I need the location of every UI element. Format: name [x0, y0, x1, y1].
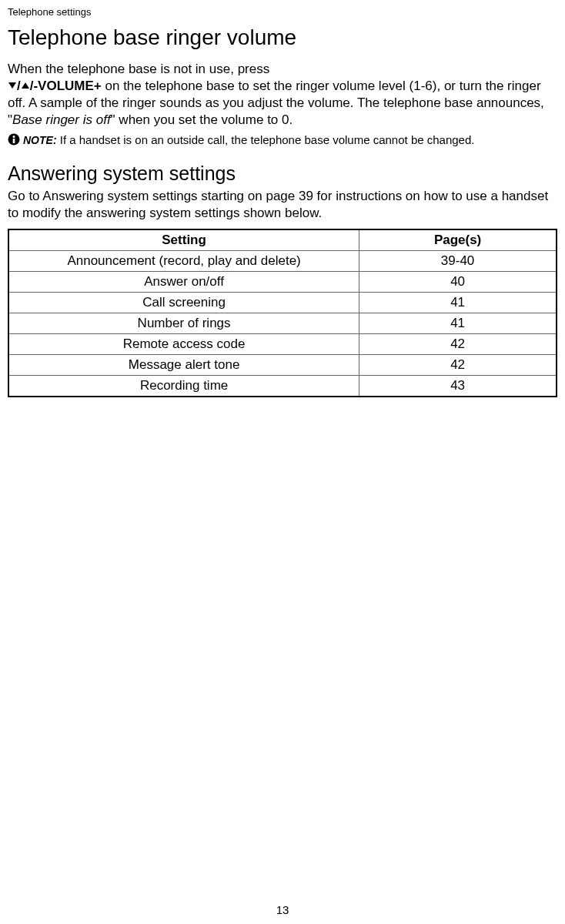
pages-cell: 39-40 — [359, 250, 557, 271]
table-row: Number of rings 41 — [8, 313, 557, 333]
svg-marker-0 — [8, 82, 16, 89]
volume-control-label: /-VOLUME+ — [30, 79, 102, 93]
settings-table: Setting Page(s) Announcement (record, pl… — [8, 229, 557, 397]
pages-cell: 40 — [359, 271, 557, 292]
note-label: NOTE: — [23, 134, 57, 146]
table-row: Recording time 43 — [8, 375, 557, 397]
pages-cell: 41 — [359, 313, 557, 333]
note-text: If a handset is on an outside call, the … — [57, 133, 475, 146]
svg-marker-1 — [22, 82, 29, 89]
info-icon — [8, 133, 20, 146]
setting-cell: Remote access code — [8, 333, 359, 354]
para-line1: When the telephone base is not in use, p… — [8, 62, 269, 76]
note-block: NOTE: If a handset is on an outside call… — [8, 133, 557, 147]
setting-cell: Recording time — [8, 375, 359, 397]
pages-cell: 41 — [359, 292, 557, 313]
section-title-ringer-volume: Telephone base ringer volume — [8, 25, 557, 50]
table-row: Call screening 41 — [8, 292, 557, 313]
table-row: Remote access code 42 — [8, 333, 557, 354]
pages-cell: 43 — [359, 375, 557, 397]
table-row: Answer on/off 40 — [8, 271, 557, 292]
italic-phrase: Base ringer is off — [12, 112, 111, 127]
ringer-volume-paragraph: When the telephone base is not in use, p… — [8, 61, 557, 129]
section-title-answering-system: Answering system settings — [8, 162, 557, 185]
setting-cell: Number of rings — [8, 313, 359, 333]
answering-system-intro: Go to Answering system settings starting… — [8, 188, 557, 222]
table-row: Message alert tone 42 — [8, 354, 557, 375]
setting-cell: Answer on/off — [8, 271, 359, 292]
table-header-row: Setting Page(s) — [8, 229, 557, 251]
setting-cell: Call screening — [8, 292, 359, 313]
svg-rect-4 — [13, 139, 15, 143]
table-row: Announcement (record, play and delete) 3… — [8, 250, 557, 271]
triangle-up-icon — [21, 78, 30, 95]
triangle-down-icon — [8, 78, 17, 95]
header-section-label: Telephone settings — [8, 6, 557, 18]
header-pages: Page(s) — [359, 229, 557, 251]
para-part3: " when you set the volume to 0. — [111, 112, 293, 127]
svg-point-3 — [13, 136, 15, 138]
setting-cell: Announcement (record, play and delete) — [8, 250, 359, 271]
pages-cell: 42 — [359, 354, 557, 375]
setting-cell: Message alert tone — [8, 354, 359, 375]
page-number: 13 — [276, 903, 289, 916]
pages-cell: 42 — [359, 333, 557, 354]
header-setting: Setting — [8, 229, 359, 251]
